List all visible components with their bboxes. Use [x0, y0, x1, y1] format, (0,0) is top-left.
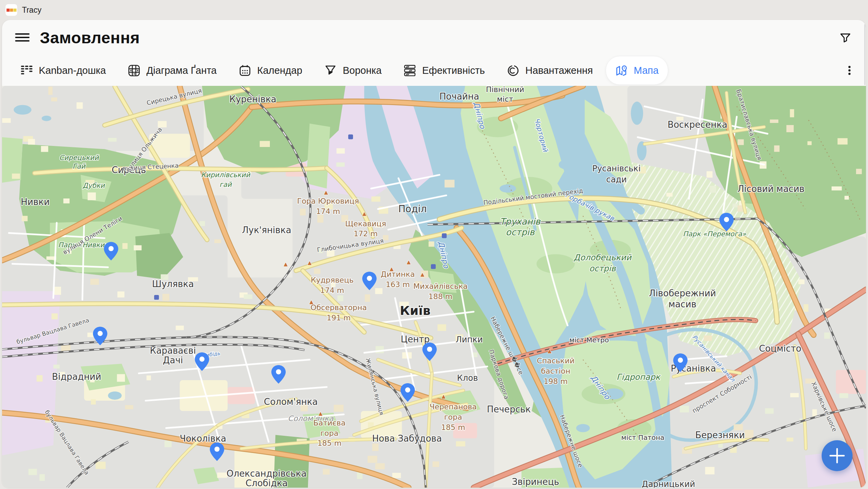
tab-label: Навантаження	[525, 65, 593, 76]
map-label: міст Метро	[569, 336, 609, 344]
map-label: Обсерваторна	[310, 303, 367, 312]
map-label: Дачі	[163, 355, 183, 365]
map-label: Долобецький	[573, 253, 632, 262]
map-label: Куренівка	[229, 94, 276, 104]
peak-marker: ▲	[442, 393, 446, 399]
tab-gantt[interactable]: Діаграма Ґанта	[118, 56, 226, 84]
map-label: гора	[320, 429, 338, 437]
hamburger-menu-button[interactable]	[15, 32, 30, 43]
map-label: Нивки	[21, 197, 50, 207]
map-label: Слобідка	[245, 478, 288, 488]
add-order-fab[interactable]	[822, 440, 853, 471]
map-label: Печерськ	[487, 404, 531, 414]
map-label: Лісовий масив	[738, 184, 804, 194]
tab-label: Діаграма Ґанта	[146, 65, 217, 76]
map-label: Шулявка	[152, 279, 194, 289]
map-label: Дитинка	[381, 270, 415, 278]
map-label: Парк «Перемога»	[683, 230, 746, 238]
plus-icon	[828, 447, 846, 465]
tab-label: Ефективність	[422, 65, 485, 76]
map-label: Русанівські	[592, 164, 641, 173]
map-label: 172 m	[354, 229, 378, 238]
main-window: Замовлення Kanban-дошкаДіаграма ҐантаКал…	[2, 20, 866, 488]
overflow-menu-button[interactable]	[842, 63, 857, 78]
map-label: 185 m	[441, 423, 465, 432]
tab-efficiency[interactable]: Ефективність	[394, 56, 494, 84]
tab-kanban[interactable]: Kanban-дошка	[11, 56, 115, 84]
map-label: Воскресенка	[667, 120, 727, 130]
gantt-icon	[128, 64, 140, 77]
map-label: острів	[506, 227, 535, 237]
peak-marker: ▲	[548, 348, 552, 354]
map-label: Кудрявець	[311, 276, 354, 284]
map-label: Центр	[401, 334, 430, 344]
peak-marker: ▲	[284, 261, 288, 267]
map-canvas[interactable]: КуренівкаПочайнаПівнічниймістВоскресенка…	[2, 86, 866, 488]
map-label: 198 m	[544, 377, 568, 386]
map-label: масив	[669, 299, 697, 309]
map-label: Клов	[457, 373, 478, 383]
filter-button[interactable]	[838, 30, 853, 45]
map-label: міст	[497, 95, 513, 103]
tab-label: Kanban-дошка	[39, 65, 106, 76]
peak-marker: ▲	[324, 189, 328, 195]
load-icon	[507, 64, 519, 77]
map-label: Батиєва	[313, 419, 346, 427]
map-label: Дарницький	[642, 479, 695, 488]
map-label: острів	[589, 264, 616, 273]
transit-station-marker	[431, 264, 436, 269]
tab-bar: Kanban-дошкаДіаграма ҐантаКалендарВоронк…	[2, 55, 866, 86]
map-label: Сирецький	[59, 154, 99, 162]
tab-calendar[interactable]: Календар	[229, 56, 311, 84]
map-label: Соцмісто	[759, 343, 801, 354]
map-label: гора	[444, 413, 462, 421]
efficiency-icon	[403, 64, 416, 77]
logo-red-square	[7, 9, 10, 12]
logo-orange-square	[10, 9, 13, 12]
transit-station-marker	[154, 295, 159, 300]
map-label: Нова Забудова	[372, 433, 442, 444]
map-label: Чоколівка	[180, 433, 226, 444]
tab-funnel[interactable]: Воронка	[315, 56, 391, 84]
map-label: міст Патона	[621, 434, 664, 442]
map-label: Кирилівський	[201, 171, 250, 179]
map-view[interactable]: КуренівкаПочайнаПівнічниймістВоскресенка…	[2, 86, 866, 488]
tracy-logo-icon	[5, 4, 17, 16]
map-label: Лівобережний	[649, 288, 716, 298]
map-label: Труханів	[500, 216, 541, 227]
map-label: Відрадний	[52, 372, 101, 382]
scrollbar[interactable]	[864, 24, 866, 85]
map-label: 174 m	[316, 207, 340, 216]
map-label: 163 m	[386, 280, 410, 289]
map-label: Звіринець	[512, 477, 559, 487]
tab-label: Мапа	[634, 65, 659, 76]
map-label: Березняки	[695, 430, 745, 440]
top-bar: Tracy	[0, 0, 868, 20]
map-label: Гора Юрковиця	[297, 197, 359, 205]
map-label: Почайна	[439, 91, 479, 102]
peak-marker: ▲	[362, 211, 366, 217]
kanban-icon	[20, 64, 33, 77]
page-header: Замовлення	[2, 20, 866, 55]
tab-map[interactable]: Мапа	[606, 56, 668, 85]
funnel-icon	[324, 64, 337, 77]
peak-marker: ▲	[308, 260, 312, 266]
map-icon	[615, 64, 628, 77]
map-label: Михайлівська	[413, 282, 468, 291]
map-label: Солом'янка	[264, 397, 318, 407]
map-label: 185 m	[317, 439, 341, 447]
tab-label: Воронка	[343, 65, 381, 76]
transit-station-marker	[442, 234, 447, 238]
map-label: Гідропарк	[617, 372, 661, 382]
calendar-icon	[239, 64, 251, 77]
map-label: Гай	[72, 162, 85, 170]
peak-marker: ▲	[390, 266, 394, 272]
map-label: Поділ	[398, 203, 427, 215]
app-title: Tracy	[22, 5, 42, 15]
map-label: Дубки	[82, 182, 105, 190]
map-label: Північний	[486, 86, 524, 94]
tab-load[interactable]: Навантаження	[498, 56, 602, 84]
map-label: Київ	[400, 304, 431, 318]
map-label: Олександрівська	[227, 468, 307, 479]
map-label: Черепанова	[430, 402, 477, 411]
